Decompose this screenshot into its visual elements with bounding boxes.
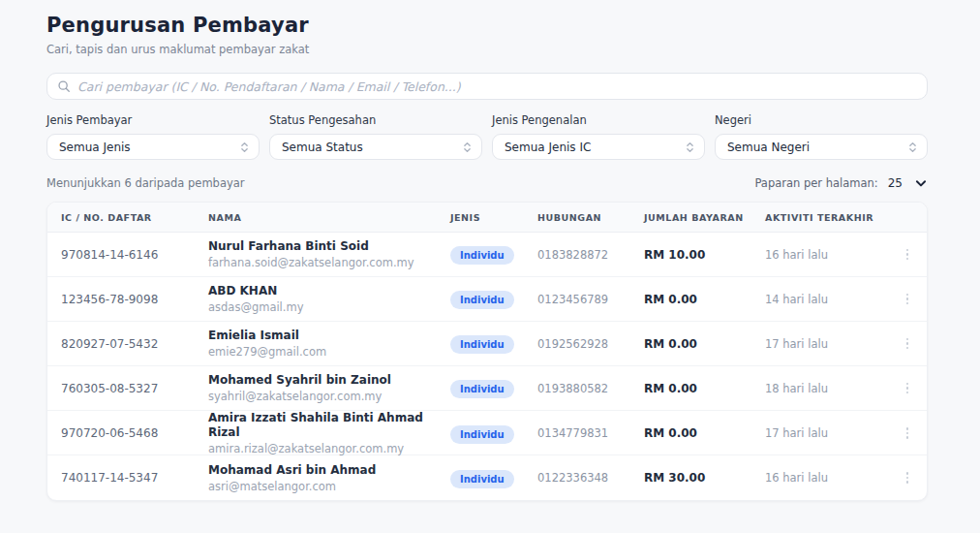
row-phone: 0193880582 <box>524 382 630 395</box>
search-input[interactable] <box>77 79 917 94</box>
jenis-pembayar-select[interactable]: Semua Jenis <box>46 134 260 160</box>
row-name: Emielia Ismail <box>208 329 437 343</box>
row-phone: 0122336348 <box>524 471 630 485</box>
type-badge: Individu <box>450 470 514 488</box>
unfold-icon <box>908 141 917 154</box>
row-email: syahril@zakatselangor.com.my <box>208 390 437 403</box>
row-last-activity: 18 hari lalu <box>751 382 888 395</box>
row-name: Mohamed Syahril bin Zainol <box>208 373 437 388</box>
filter-label: Negeri <box>715 113 928 127</box>
row-email: asri@matselangor.com <box>208 480 437 493</box>
row-last-activity: 17 hari lalu <box>751 337 888 351</box>
page-title: Pengurusan Pembayar <box>46 14 928 37</box>
results-row: Menunjukkan 6 daripada pembayar Paparan … <box>46 176 928 190</box>
row-last-activity: 16 hari lalu <box>751 248 888 262</box>
row-ic: 123456-78-9098 <box>47 293 195 306</box>
row-email: farhana.soid@zakatselangor.com.my <box>208 256 437 269</box>
per-page-value: 25 <box>888 176 903 190</box>
row-phone: 0192562928 <box>524 337 630 351</box>
col-header-jenis: JENIS <box>437 212 524 223</box>
row-last-activity: 14 hari lalu <box>751 293 888 306</box>
filter-label: Jenis Pengenalan <box>492 113 705 127</box>
filter-label: Jenis Pembayar <box>46 113 260 127</box>
row-email: amira.rizal@zakatselangor.com.my <box>208 442 437 455</box>
row-actions-kebab-icon[interactable] <box>903 468 913 487</box>
row-name: Nurul Farhana Binti Soid <box>208 239 437 254</box>
row-name: Amira Izzati Shahila Binti Ahmad Rizal <box>208 411 437 440</box>
row-phone: 0134779831 <box>524 426 630 440</box>
row-amount: RM 0.00 <box>630 293 751 306</box>
unfold-icon <box>240 141 249 154</box>
row-actions-kebab-icon[interactable] <box>903 334 913 354</box>
filter-jenis-pembayar: Jenis Pembayar Semua Jenis <box>46 113 260 160</box>
row-last-activity: 17 hari lalu <box>751 426 888 440</box>
row-amount: RM 0.00 <box>630 426 751 440</box>
row-ic: 760305-08-5327 <box>47 382 195 395</box>
row-name: Mohamad Asri bin Ahmad <box>208 463 437 478</box>
row-ic: 970814-14-6146 <box>47 248 195 262</box>
row-actions-kebab-icon[interactable] <box>903 379 913 398</box>
type-badge: Individu <box>450 380 514 398</box>
results-summary: Menunjukkan 6 daripada pembayar <box>46 176 245 190</box>
select-value: Semua Jenis IC <box>505 141 591 154</box>
search-box[interactable] <box>46 73 928 100</box>
row-actions-kebab-icon[interactable] <box>903 423 913 443</box>
col-header-jumlah: JUMLAH BAYARAN <box>630 212 751 223</box>
select-value: Semua Jenis <box>59 141 131 154</box>
row-actions-kebab-icon[interactable] <box>903 245 913 265</box>
unfold-icon <box>686 141 694 154</box>
type-badge: Individu <box>450 335 514 354</box>
table-header-row: IC / NO. DAFTAR NAMA JENIS HUBUNGAN JUML… <box>47 203 927 233</box>
per-page-control[interactable]: Paparan per halaman: 25 <box>754 176 928 190</box>
search-icon <box>57 79 71 93</box>
row-amount: RM 0.00 <box>630 382 751 395</box>
select-value: Semua Negeri <box>727 141 810 154</box>
row-email: emie279@gmail.com <box>208 345 437 359</box>
select-value: Semua Status <box>282 141 363 154</box>
filter-label: Status Pengesahan <box>269 113 482 127</box>
filter-bar: Jenis Pembayar Semua Jenis Status Penges… <box>46 113 928 160</box>
filter-jenis-pengenalan: Jenis Pengenalan Semua Jenis IC <box>492 113 705 160</box>
page-subtitle: Cari, tapis dan urus maklumat pembayar z… <box>46 43 928 56</box>
row-amount: RM 30.00 <box>630 471 751 485</box>
unfold-icon <box>463 141 472 154</box>
type-badge: Individu <box>450 246 514 265</box>
table-row[interactable]: 820927-07-5432 Emielia Ismail emie279@gm… <box>47 322 927 366</box>
col-header-hubungan: HUBUNGAN <box>524 212 630 223</box>
col-header-ic: IC / NO. DAFTAR <box>47 212 195 223</box>
row-phone: 0183828872 <box>524 248 630 262</box>
col-header-aktiviti: AKTIVITI TERAKHIR <box>751 212 888 223</box>
table-row[interactable]: 970814-14-6146 Nurul Farhana Binti Soid … <box>47 233 927 277</box>
row-ic: 820927-07-5432 <box>47 337 195 351</box>
filter-negeri: Negeri Semua Negeri <box>715 113 928 160</box>
status-pengesahan-select[interactable]: Semua Status <box>269 134 482 160</box>
row-phone: 0123456789 <box>524 293 630 306</box>
col-header-nama: NAMA <box>195 212 437 223</box>
row-name: ABD KHAN <box>208 284 437 298</box>
payers-table: IC / NO. DAFTAR NAMA JENIS HUBUNGAN JUML… <box>46 202 928 501</box>
row-actions-kebab-icon[interactable] <box>903 290 913 309</box>
row-email: asdas@gmail.my <box>208 300 437 314</box>
filter-status-pengesahan: Status Pengesahan Semua Status <box>269 113 482 160</box>
row-ic: 740117-14-5347 <box>47 471 195 485</box>
type-badge: Individu <box>450 291 514 309</box>
page: Pengurusan Pembayar Cari, tapis dan urus… <box>0 0 980 501</box>
row-amount: RM 10.00 <box>630 248 751 262</box>
per-page-label: Paparan per halaman: <box>754 176 877 190</box>
row-ic: 970720-06-5468 <box>47 426 195 440</box>
negeri-select[interactable]: Semua Negeri <box>715 134 928 160</box>
table-row[interactable]: 740117-14-5347 Mohamad Asri bin Ahmad as… <box>47 455 927 500</box>
table-row[interactable]: 123456-78-9098 ABD KHAN asdas@gmail.my I… <box>47 277 927 322</box>
row-last-activity: 16 hari lalu <box>751 471 888 485</box>
jenis-pengenalan-select[interactable]: Semua Jenis IC <box>492 134 705 160</box>
row-amount: RM 0.00 <box>630 337 751 351</box>
table-row[interactable]: 970720-06-5468 Amira Izzati Shahila Bint… <box>47 411 927 455</box>
type-badge: Individu <box>450 425 514 444</box>
chevron-down-icon[interactable] <box>914 176 928 190</box>
table-row[interactable]: 760305-08-5327 Mohamed Syahril bin Zaino… <box>47 366 927 411</box>
